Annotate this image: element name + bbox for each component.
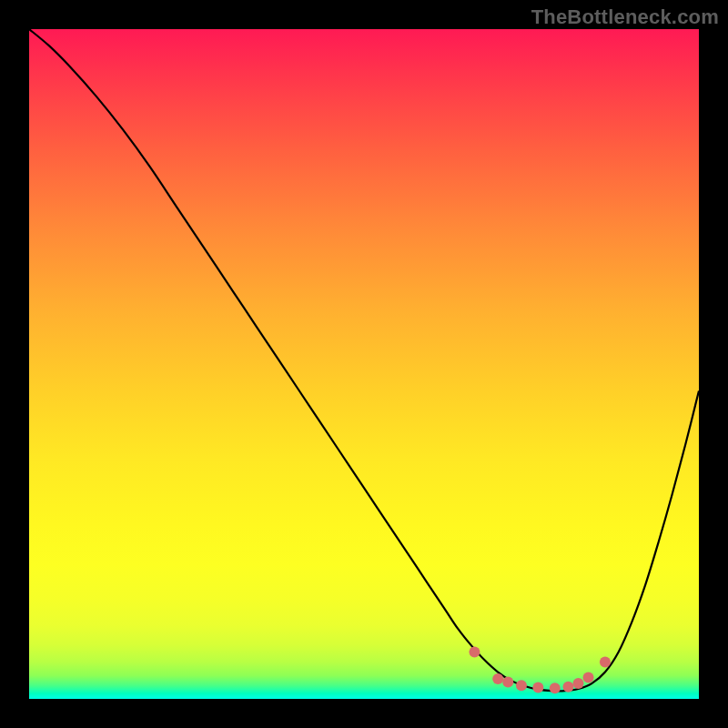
chart-svg [29, 29, 699, 699]
chart-plot-area [29, 29, 699, 699]
chart-dot [502, 677, 513, 688]
bottleneck-curve [29, 29, 699, 691]
chart-dot [573, 678, 584, 689]
chart-dot [532, 682, 543, 693]
chart-dot [600, 657, 611, 668]
chart-dot [469, 646, 480, 657]
chart-dot [562, 682, 573, 693]
chart-dot [516, 680, 527, 691]
chart-dot [583, 672, 594, 682]
watermark-text: TheBottleneck.com [531, 5, 719, 29]
chart-dot [550, 682, 561, 693]
chart-dot [492, 673, 503, 684]
chart-dots-group [469, 646, 611, 693]
